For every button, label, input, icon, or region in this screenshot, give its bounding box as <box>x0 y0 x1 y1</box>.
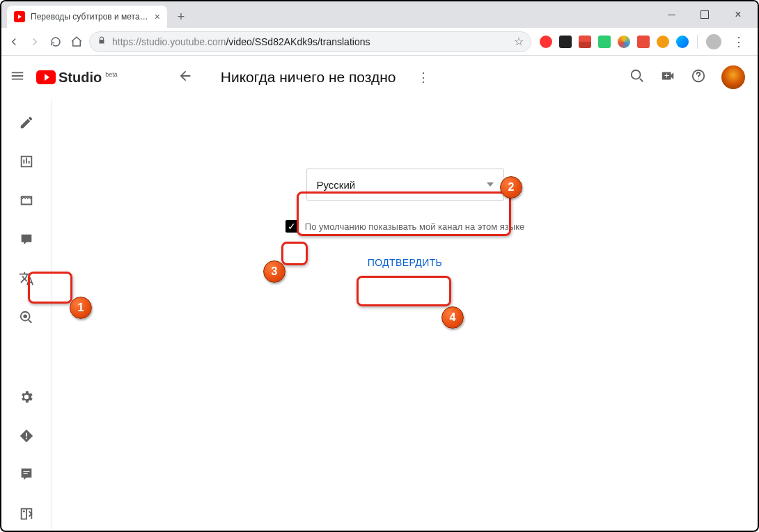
svg-point-1 <box>698 79 698 79</box>
address-bar[interactable]: https://studio.youtube.com/video/SSd82AK… <box>89 31 531 52</box>
checkbox-checked-icon[interactable]: ✓ <box>285 220 298 233</box>
back-button[interactable] <box>178 68 193 86</box>
tab-title: Переводы субтитров и метадан… <box>31 12 149 22</box>
window-controls: × <box>656 1 758 28</box>
browser-menu-button[interactable]: ⋮ <box>728 34 749 49</box>
video-title: Никогда ничего не поздно <box>221 69 396 86</box>
nav-home-button[interactable] <box>70 35 84 49</box>
svg-point-3 <box>23 510 25 513</box>
svg-point-2 <box>23 314 27 318</box>
close-tab-icon[interactable]: × <box>155 11 160 22</box>
app-header: Studio beta Никогда ничего не поздно ⋮ <box>1 56 758 99</box>
nav-reload-button[interactable] <box>49 35 63 49</box>
extension-icon[interactable] <box>579 36 591 48</box>
youtube-studio-logo[interactable]: Studio beta <box>36 70 118 86</box>
window-minimize-button[interactable] <box>656 4 687 25</box>
bookmark-star-icon[interactable]: ☆ <box>514 35 524 48</box>
extension-icon[interactable] <box>559 36 572 48</box>
extension-icon[interactable] <box>598 36 611 48</box>
sidebar-item-translations[interactable] <box>13 269 40 288</box>
language-select[interactable]: Русский <box>306 169 504 201</box>
sidebar-item-feedback[interactable] <box>13 426 40 446</box>
browser-toolbar: https://studio.youtube.com/video/SSd82AK… <box>1 28 758 56</box>
extension-icon[interactable] <box>637 36 650 48</box>
lock-icon <box>97 36 107 47</box>
extension-icon[interactable] <box>618 36 630 48</box>
help-button[interactable] <box>691 68 706 86</box>
extension-icon[interactable] <box>540 36 552 48</box>
new-tab-button[interactable]: + <box>171 7 191 26</box>
nav-back-button[interactable] <box>7 35 21 49</box>
logo-text: Studio <box>58 70 102 86</box>
create-video-button[interactable] <box>660 68 675 86</box>
confirm-button[interactable]: ПОДТВЕРДИТЬ <box>355 251 455 274</box>
extensions-area: ⋮ <box>537 34 752 49</box>
window-close-button[interactable]: × <box>723 4 753 25</box>
profile-avatar-icon[interactable] <box>706 34 721 49</box>
checkbox-label: По умолчанию показывать мой канал на это… <box>305 221 524 232</box>
user-avatar[interactable] <box>721 65 745 89</box>
default-language-checkbox-row[interactable]: ✓ По умолчанию показывать мой канал на э… <box>285 220 524 233</box>
dropdown-caret-icon <box>487 182 494 187</box>
sidebar-item-analytics[interactable] <box>13 152 40 171</box>
sidebar-item-classic[interactable] <box>13 504 40 524</box>
language-selected-value: Русский <box>317 179 487 191</box>
sidebar-item-editor[interactable] <box>13 191 40 210</box>
logo-beta-label: beta <box>105 71 118 78</box>
youtube-logo-icon <box>36 70 56 84</box>
sidebar-item-comments-alt[interactable] <box>13 465 40 485</box>
sidebar-item-details[interactable] <box>13 113 40 132</box>
video-options-button[interactable]: ⋮ <box>417 70 430 85</box>
youtube-favicon-icon <box>14 11 25 22</box>
extension-icon[interactable] <box>657 36 669 48</box>
sidebar-item-other[interactable] <box>13 308 40 327</box>
sidebar <box>1 99 52 529</box>
menu-hamburger-button[interactable] <box>10 68 25 86</box>
main-content: Русский ✓ По умолчанию показывать мой ка… <box>52 99 758 529</box>
sidebar-item-settings[interactable] <box>13 387 40 407</box>
window-maximize-button[interactable] <box>689 4 720 25</box>
extensions-separator <box>697 35 698 49</box>
extension-icon[interactable] <box>676 36 689 48</box>
nav-forward-button[interactable] <box>28 35 42 49</box>
browser-tabstrip: Переводы субтитров и метадан… × + × <box>1 1 758 28</box>
search-button[interactable] <box>629 68 645 86</box>
url-text: https://studio.youtube.com/video/SSd82AK… <box>112 36 508 47</box>
browser-tab[interactable]: Переводы субтитров и метадан… × <box>7 6 167 28</box>
sidebar-item-comments[interactable] <box>13 230 40 249</box>
